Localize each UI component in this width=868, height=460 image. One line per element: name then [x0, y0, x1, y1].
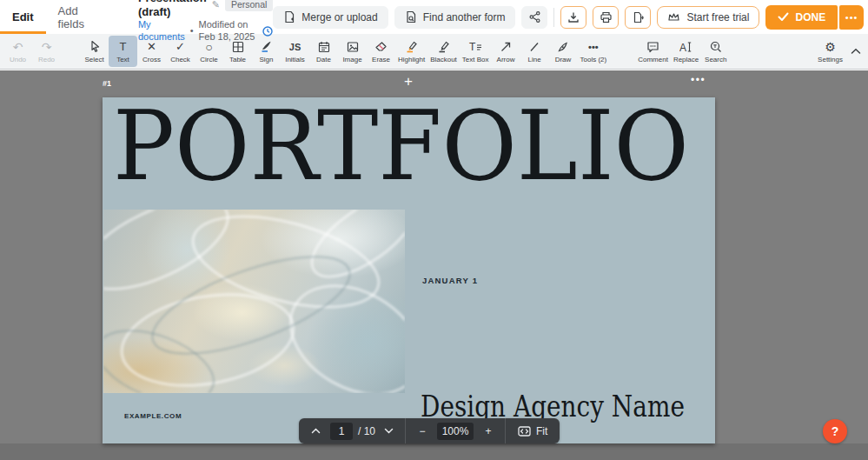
previous-page-button[interactable]: [304, 418, 327, 443]
image-icon: [347, 39, 359, 54]
fit-to-width-button[interactable]: Fit: [511, 425, 554, 437]
chevron-up-icon: [851, 48, 861, 55]
tool-settings[interactable]: ⚙ Settings: [815, 36, 845, 67]
more-tools-icon: •••: [588, 39, 599, 54]
text-icon: T: [120, 39, 127, 54]
print-button[interactable]: [593, 6, 619, 29]
pagenav-divider: [505, 418, 506, 443]
text-box-icon: T: [468, 39, 482, 54]
personal-badge: Personal: [225, 0, 273, 11]
merge-document-icon: [283, 10, 295, 23]
page-number-label: #1: [103, 79, 111, 88]
download-button[interactable]: [560, 6, 586, 29]
rename-icon[interactable]: ✎: [212, 0, 220, 11]
top-header: Edit Add fields Presentation (draft) ✎ P…: [0, 0, 868, 34]
tool-image[interactable]: Image: [338, 36, 367, 67]
dot-separator: •: [190, 25, 194, 37]
document-transfer-icon: [632, 11, 645, 23]
collapse-toolbar-button[interactable]: [851, 48, 861, 55]
gear-icon: ⚙: [825, 39, 836, 54]
document-title: Presentation (draft): [138, 0, 207, 19]
canvas-bottom-shade: [0, 443, 868, 460]
tool-tools-more[interactable]: ••• Tools (2): [578, 36, 610, 67]
tool-select[interactable]: Select: [80, 36, 109, 67]
pagenav-divider: [405, 418, 406, 443]
tool-arrow[interactable]: Arrow: [492, 36, 520, 67]
slide-website-text[interactable]: EXAMPLE.COM: [124, 412, 182, 420]
tool-text-box[interactable]: T Text Box: [460, 36, 492, 67]
check-icon: [778, 12, 789, 22]
zoom-in-button[interactable]: +: [477, 418, 500, 443]
fit-icon: [518, 426, 531, 437]
modified-date: Modified on Feb 18, 2025: [199, 19, 258, 43]
document-info: Presentation (draft) ✎ Personal My docum…: [138, 0, 273, 34]
find-another-form-button[interactable]: Find another form: [394, 6, 516, 29]
arrow-icon: [500, 39, 512, 54]
tab-add-fields[interactable]: Add fields: [46, 0, 96, 34]
tool-draw[interactable]: Draw: [549, 36, 578, 67]
header-actions: Merge or upload Find another form Start …: [273, 0, 868, 34]
editor-toolbar: ↶ Undo ↷ Redo Select T Text ✕ Cross ✓ Ch…: [0, 34, 868, 70]
calendar-icon: [318, 39, 330, 54]
done-more-button[interactable]: •••: [839, 5, 864, 30]
initials-icon: JS: [289, 39, 301, 54]
next-page-button[interactable]: [377, 418, 400, 443]
done-button[interactable]: DONE: [765, 5, 838, 30]
done-group: DONE •••: [765, 5, 864, 30]
redo-icon: ↷: [42, 39, 52, 54]
search-text-icon: [710, 39, 722, 54]
chevron-down-icon: [384, 428, 394, 434]
svg-text:T: T: [469, 41, 476, 53]
line-icon: [528, 39, 540, 54]
replace-text-icon: A: [679, 39, 693, 54]
page-navigation-bar: 1 / 10 − 100% + Fit: [299, 418, 560, 443]
fax-button[interactable]: [625, 6, 651, 29]
cursor-icon: [89, 39, 101, 54]
tool-text[interactable]: T Text: [109, 36, 137, 67]
tool-redo[interactable]: ↷ Redo: [32, 36, 61, 67]
tool-highlight[interactable]: Highlight: [395, 36, 427, 67]
download-icon: [567, 11, 580, 23]
slide-page-1[interactable]: PORTFOLIO JANUARY 1 Design Agency Name: [103, 97, 715, 443]
print-icon: [600, 11, 613, 23]
slide-title-text[interactable]: PORTFOLIO: [103, 99, 715, 190]
undo-icon: ↶: [13, 39, 23, 54]
document-canvas[interactable]: #1 + ••• PORTFOLIO JANUARY 1: [0, 70, 868, 460]
tab-edit[interactable]: Edit: [0, 0, 46, 34]
current-page-input[interactable]: 1: [330, 423, 353, 440]
svg-text:A: A: [679, 41, 686, 53]
crown-icon: [667, 11, 680, 23]
tool-initials[interactable]: JS Initials: [281, 36, 309, 67]
history-clock-icon[interactable]: [262, 26, 273, 37]
zoom-level-input[interactable]: 100%: [437, 423, 474, 440]
start-free-trial-button[interactable]: Start free trial: [657, 6, 759, 29]
pen-icon: [557, 39, 569, 54]
zoom-out-button[interactable]: −: [411, 418, 434, 443]
share-button[interactable]: [521, 6, 547, 29]
help-button[interactable]: ?: [823, 419, 847, 443]
svg-text:PORTFOLIO: PORTFOLIO: [113, 99, 689, 190]
merge-or-upload-button[interactable]: Merge or upload: [273, 6, 388, 29]
slide-glass-image[interactable]: [103, 210, 405, 393]
tool-blackout[interactable]: Blackout: [427, 36, 460, 67]
tool-date[interactable]: Date: [309, 36, 338, 67]
comment-bubble-icon: [646, 39, 659, 54]
add-page-button[interactable]: +: [395, 73, 421, 92]
mode-tabs: Edit Add fields: [0, 0, 96, 34]
tool-replace[interactable]: A Replace: [671, 36, 701, 67]
chevron-up-icon: [311, 428, 321, 434]
blackout-marker-icon: [437, 39, 450, 54]
highlighter-icon: [405, 39, 418, 54]
find-form-icon: [405, 10, 417, 23]
share-icon: [528, 10, 541, 23]
page-options-button[interactable]: •••: [691, 74, 706, 86]
tool-search[interactable]: Search: [701, 36, 730, 67]
my-documents-link[interactable]: My documents: [138, 19, 185, 43]
tool-comment[interactable]: Comment: [635, 36, 671, 67]
eraser-icon: [374, 39, 388, 54]
tool-line[interactable]: Line: [520, 36, 549, 67]
header-divider: [553, 8, 554, 27]
tool-erase[interactable]: Erase: [367, 36, 395, 67]
tool-undo[interactable]: ↶ Undo: [3, 36, 32, 67]
slide-date-text[interactable]: JANUARY 1: [422, 276, 478, 285]
